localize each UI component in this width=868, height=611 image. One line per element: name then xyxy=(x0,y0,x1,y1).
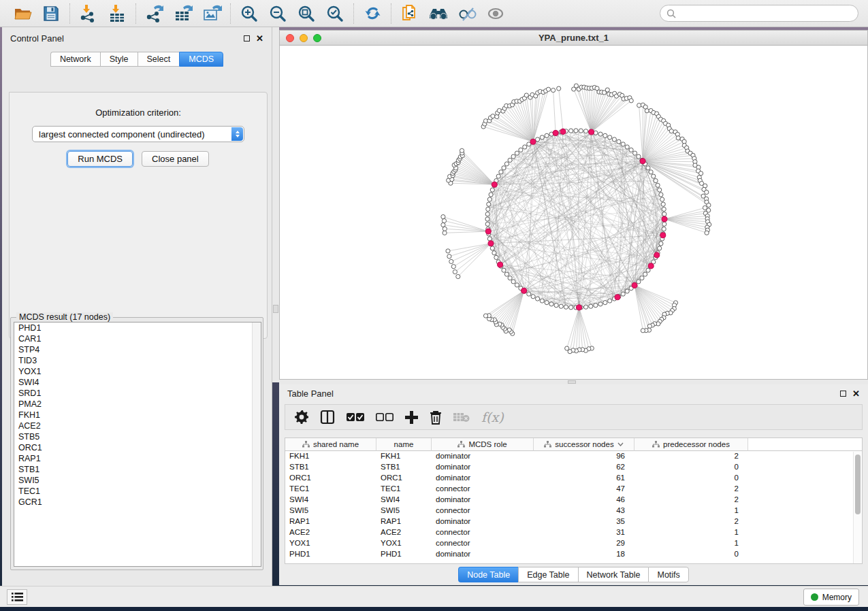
network-node[interactable] xyxy=(496,174,500,178)
network-node[interactable] xyxy=(662,227,666,231)
table-row[interactable]: SWI5SWI5connector431 xyxy=(285,506,862,516)
tab-node-table[interactable]: Node Table xyxy=(458,567,518,582)
network-node[interactable] xyxy=(536,137,540,142)
network-node[interactable] xyxy=(643,272,647,276)
network-node[interactable] xyxy=(612,137,616,142)
zoom-selected-icon[interactable] xyxy=(325,3,345,24)
float-panel-icon[interactable] xyxy=(244,35,250,42)
network-canvas[interactable] xyxy=(280,46,867,379)
export-table-icon[interactable] xyxy=(173,3,193,24)
network-node[interactable] xyxy=(662,207,666,211)
tab-mcds[interactable]: MCDS xyxy=(179,52,223,67)
network-node[interactable] xyxy=(640,276,644,280)
close-panel-button[interactable]: Close panel xyxy=(142,151,209,167)
mcds-list-scrollbar[interactable] xyxy=(252,323,261,566)
open-folder-icon[interactable] xyxy=(12,3,33,24)
network-node[interactable] xyxy=(621,142,625,146)
network-node[interactable] xyxy=(502,268,506,272)
network-node[interactable] xyxy=(540,299,544,303)
network-node[interactable] xyxy=(574,129,578,133)
network-node[interactable] xyxy=(633,151,637,155)
mcds-hub-node[interactable] xyxy=(648,263,654,269)
column-header-predecessor-nodes[interactable]: predecessor nodes xyxy=(634,438,748,451)
tab-edge-table[interactable]: Edge Table xyxy=(518,567,577,582)
network-node[interactable] xyxy=(646,268,650,272)
mcds-result-item[interactable]: RAP1 xyxy=(14,453,261,464)
network-node[interactable] xyxy=(508,276,512,280)
column-header-name[interactable]: name xyxy=(376,438,432,451)
mcds-hub-node[interactable] xyxy=(577,305,582,310)
network-node[interactable] xyxy=(487,202,491,206)
import-network-icon[interactable] xyxy=(78,3,99,24)
network-node[interactable] xyxy=(485,222,489,226)
mcds-result-item[interactable]: CAR1 xyxy=(14,333,261,344)
table-row[interactable]: FKH1FKH1dominator962 xyxy=(285,451,862,462)
network-leaf-node[interactable] xyxy=(647,324,652,328)
table-row[interactable]: YOX1YOX1connector291 xyxy=(285,538,862,549)
close-panel-icon[interactable]: ✕ xyxy=(852,389,860,398)
mcds-result-item[interactable]: PMA2 xyxy=(14,399,261,410)
mcds-hub-node[interactable] xyxy=(640,159,645,164)
network-leaf-node[interactable] xyxy=(676,136,680,140)
scrollbar-thumb[interactable] xyxy=(855,455,861,514)
network-node[interactable] xyxy=(659,193,663,197)
table-row[interactable]: ORC1ORC1dominator610 xyxy=(285,473,862,484)
mcds-result-item[interactable]: TEC1 xyxy=(14,486,261,497)
network-leaf-node[interactable] xyxy=(456,274,460,278)
mcds-result-item[interactable]: SWI5 xyxy=(14,475,261,486)
network-node[interactable] xyxy=(485,217,489,221)
network-node[interactable] xyxy=(504,162,509,166)
mcds-hub-node[interactable] xyxy=(488,241,494,246)
mcds-result-item[interactable]: ORC1 xyxy=(14,442,261,453)
export-network-icon[interactable] xyxy=(144,3,165,24)
network-node[interactable] xyxy=(617,139,621,144)
network-node[interactable] xyxy=(490,246,494,250)
mcds-hub-node[interactable] xyxy=(553,131,558,136)
table-row[interactable]: RAP1RAP1dominator352 xyxy=(285,516,862,527)
column-header-MCDS-role[interactable]: MCDS role xyxy=(432,438,534,451)
network-leaf-node[interactable] xyxy=(443,231,447,235)
network-node[interactable] xyxy=(494,255,498,259)
network-node[interactable] xyxy=(486,207,490,211)
network-leaf-node[interactable] xyxy=(551,88,556,93)
mcds-result-item[interactable]: PHD1 xyxy=(14,323,261,333)
network-leaf-node[interactable] xyxy=(637,103,641,108)
network-node[interactable] xyxy=(504,272,509,276)
optimization-criterion-dropdown[interactable]: largest connected component (undirected) xyxy=(32,126,244,142)
clone-network-icon[interactable] xyxy=(400,3,420,24)
network-leaf-node[interactable] xyxy=(565,346,569,350)
network-leaf-node[interactable] xyxy=(441,215,445,219)
mcds-hub-node[interactable] xyxy=(530,139,536,144)
network-node[interactable] xyxy=(661,202,665,206)
network-node[interactable] xyxy=(489,193,493,197)
network-node[interactable] xyxy=(492,251,496,255)
network-node[interactable] xyxy=(545,301,549,305)
mcds-result-item[interactable]: STB5 xyxy=(14,431,261,442)
network-leaf-node[interactable] xyxy=(451,265,455,269)
mcds-hub-node[interactable] xyxy=(521,288,527,293)
save-icon[interactable] xyxy=(41,3,61,24)
mcds-hub-node[interactable] xyxy=(492,182,497,187)
network-node[interactable] xyxy=(656,183,660,187)
mcds-result-item[interactable]: SRD1 xyxy=(14,388,261,399)
network-leaf-node[interactable] xyxy=(524,93,528,97)
network-node[interactable] xyxy=(625,289,629,293)
network-node[interactable] xyxy=(490,188,494,192)
network-node[interactable] xyxy=(519,148,523,152)
tab-motifs[interactable]: Motifs xyxy=(648,567,688,582)
network-leaf-node[interactable] xyxy=(557,86,561,90)
table-scrollbar[interactable] xyxy=(853,452,861,563)
mcds-result-item[interactable]: SWI4 xyxy=(14,377,261,388)
tab-style[interactable]: Style xyxy=(100,52,138,67)
network-node[interactable] xyxy=(637,280,641,284)
mcds-result-item[interactable]: STP4 xyxy=(14,344,261,355)
mcds-hub-node[interactable] xyxy=(662,216,667,222)
mcds-hub-node[interactable] xyxy=(485,229,491,234)
network-node[interactable] xyxy=(660,197,664,201)
network-leaf-node[interactable] xyxy=(705,231,709,235)
mcds-hub-node[interactable] xyxy=(654,252,660,258)
mcds-result-item[interactable]: GCR1 xyxy=(14,497,261,508)
network-node[interactable] xyxy=(652,174,656,178)
memory-button[interactable]: Memory xyxy=(803,589,859,606)
network-leaf-node[interactable] xyxy=(629,99,633,103)
